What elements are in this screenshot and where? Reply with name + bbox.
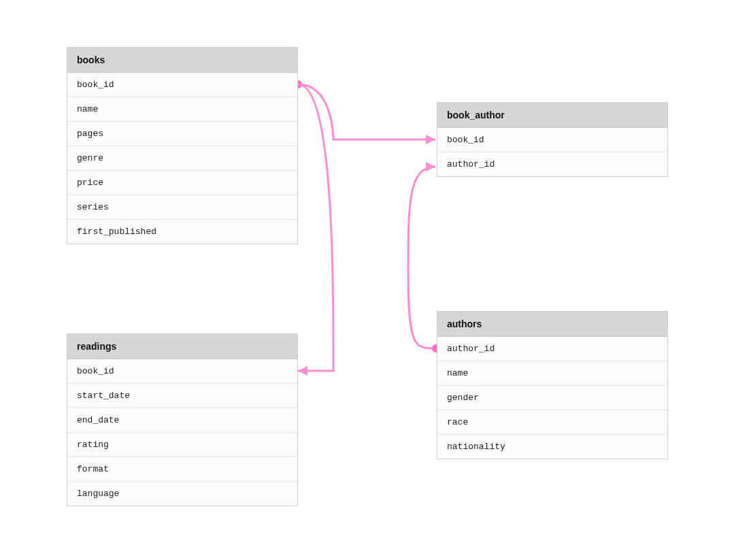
column-row[interactable]: name — [437, 361, 667, 386]
endpoint-many-icon — [298, 366, 307, 376]
endpoint-many-icon — [426, 135, 435, 144]
table-header: authors — [437, 312, 667, 337]
er-diagram-canvas: books book_id name pages genre price ser… — [0, 0, 749, 560]
table-header: book_author — [437, 103, 667, 128]
endpoint-many-icon — [426, 162, 435, 171]
column-row[interactable]: book_id — [67, 73, 297, 97]
column-row[interactable]: language — [67, 482, 297, 506]
table-books[interactable]: books book_id name pages genre price ser… — [67, 47, 298, 244]
column-row[interactable]: name — [67, 97, 297, 122]
column-row[interactable]: end_date — [67, 408, 297, 433]
connector-books-bookauthor — [298, 84, 435, 139]
column-row[interactable]: rating — [67, 433, 297, 457]
column-row[interactable]: format — [67, 457, 297, 482]
column-row[interactable]: race — [437, 410, 667, 435]
column-row[interactable]: series — [67, 195, 297, 220]
column-row[interactable]: price — [67, 171, 297, 195]
table-readings[interactable]: readings book_id start_date end_date rat… — [67, 333, 298, 506]
table-authors[interactable]: authors author_id name gender race natio… — [437, 311, 668, 459]
table-header: books — [67, 48, 297, 73]
column-row[interactable]: first_published — [67, 220, 297, 244]
connector-books-readings — [298, 84, 333, 371]
column-row[interactable]: author_id — [437, 337, 667, 361]
column-row[interactable]: book_id — [67, 359, 297, 384]
column-row[interactable]: nationality — [437, 435, 667, 459]
connector-authors-bookauthor — [408, 167, 435, 348]
column-row[interactable]: start_date — [67, 384, 297, 408]
table-book-author[interactable]: book_author book_id author_id — [437, 102, 668, 177]
column-row[interactable]: author_id — [437, 152, 667, 176]
column-row[interactable]: book_id — [437, 128, 667, 152]
column-row[interactable]: genre — [67, 146, 297, 171]
column-row[interactable]: pages — [67, 122, 297, 146]
column-row[interactable]: gender — [437, 386, 667, 410]
table-header: readings — [67, 334, 297, 359]
